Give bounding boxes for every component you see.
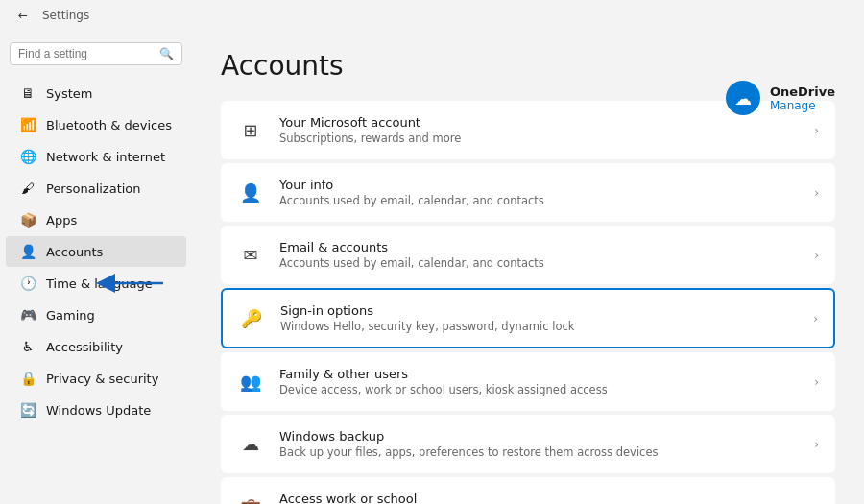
nav-icon-accessibility: ♿ bbox=[19, 338, 36, 355]
onedrive-title: OneDrive bbox=[770, 84, 835, 99]
settings-item-work-school[interactable]: 💼 Access work or school Organization res… bbox=[221, 477, 835, 504]
nav-label-gaming: Gaming bbox=[46, 308, 95, 323]
nav-icon-network: 🌐 bbox=[19, 148, 36, 165]
settings-list: ⊞ Your Microsoft account Subscriptions, … bbox=[221, 101, 835, 504]
sidebar-item-network[interactable]: 🌐 Network & internet bbox=[6, 141, 186, 172]
main-content: Accounts ☁ OneDrive Manage ⊞ Your Micros… bbox=[192, 31, 864, 504]
settings-arrow-windows-backup: › bbox=[814, 438, 819, 451]
settings-title-email-accounts: Email & accounts bbox=[279, 240, 799, 254]
settings-arrow-microsoft-account: › bbox=[814, 124, 819, 137]
nav-icon-time: 🕐 bbox=[19, 275, 36, 292]
settings-item-family-users[interactable]: 👥 Family & other users Device access, wo… bbox=[221, 352, 835, 411]
settings-desc-windows-backup: Back up your files, apps, preferences to… bbox=[279, 445, 799, 459]
nav-icon-system: 🖥 bbox=[19, 84, 36, 102]
nav-icon-update: 🔄 bbox=[19, 401, 36, 419]
onedrive-text: OneDrive Manage bbox=[770, 84, 835, 112]
settings-arrow-signin-options: › bbox=[813, 312, 818, 325]
nav-label-network: Network & internet bbox=[46, 150, 165, 164]
settings-desc-signin-options: Windows Hello, security key, password, d… bbox=[280, 320, 798, 333]
settings-item-email-accounts[interactable]: ✉ Email & accounts Accounts used by emai… bbox=[221, 226, 835, 284]
settings-desc-family-users: Device access, work or school users, kio… bbox=[279, 383, 799, 396]
sidebar-item-gaming[interactable]: 🎮 Gaming bbox=[6, 300, 186, 330]
settings-title-windows-backup: Windows backup bbox=[279, 429, 799, 444]
settings-text-email-accounts: Email & accounts Accounts used by email,… bbox=[279, 240, 799, 270]
settings-arrow-work-school: › bbox=[814, 500, 819, 505]
sidebar-item-accounts[interactable]: 👤 Accounts bbox=[6, 236, 186, 267]
onedrive-icon: ☁ bbox=[726, 81, 760, 115]
settings-title-signin-options: Sign-in options bbox=[280, 303, 798, 318]
settings-icon-windows-backup: ☁ bbox=[237, 431, 264, 458]
settings-icon-family-users: 👥 bbox=[237, 369, 264, 396]
nav-icon-accounts: 👤 bbox=[19, 243, 36, 260]
settings-text-signin-options: Sign-in options Windows Hello, security … bbox=[280, 303, 798, 333]
nav-icon-privacy: 🔒 bbox=[19, 370, 36, 387]
settings-icon-signin-options: 🔑 bbox=[238, 305, 265, 332]
sidebar-item-bluetooth[interactable]: 📶 Bluetooth & devices bbox=[6, 109, 186, 140]
settings-text-windows-backup: Windows backup Back up your files, apps,… bbox=[279, 429, 799, 459]
settings-item-windows-backup[interactable]: ☁ Windows backup Back up your files, app… bbox=[221, 415, 835, 473]
settings-icon-work-school: 💼 bbox=[237, 493, 264, 505]
sidebar-item-privacy[interactable]: 🔒 Privacy & security bbox=[6, 363, 186, 394]
nav-icon-apps: 📦 bbox=[19, 211, 36, 228]
sidebar-item-update[interactable]: 🔄 Windows Update bbox=[6, 395, 186, 425]
sidebar-item-personalization[interactable]: 🖌 Personalization bbox=[6, 173, 186, 204]
nav-icon-personalization: 🖌 bbox=[19, 180, 36, 197]
nav-label-privacy: Privacy & security bbox=[46, 372, 158, 386]
nav-list: 🖥 System 📶 Bluetooth & devices 🌐 Network… bbox=[0, 77, 192, 426]
nav-label-personalization: Personalization bbox=[46, 181, 141, 196]
settings-arrow-email-accounts: › bbox=[814, 249, 819, 262]
settings-item-signin-options[interactable]: 🔑 Sign-in options Windows Hello, securit… bbox=[221, 288, 835, 348]
settings-icon-microsoft-account: ⊞ bbox=[237, 117, 264, 144]
back-button[interactable]: ← bbox=[12, 4, 35, 27]
nav-label-accessibility: Accessibility bbox=[46, 340, 123, 354]
search-box[interactable]: 🔍 bbox=[10, 42, 182, 65]
sidebar: 🔍 🖥 System 📶 Bluetooth & devices 🌐 Netwo… bbox=[0, 31, 192, 504]
settings-title-family-users: Family & other users bbox=[279, 367, 799, 381]
titlebar-label: Settings bbox=[42, 9, 89, 22]
nav-label-time: Time & language bbox=[46, 276, 153, 291]
settings-desc-email-accounts: Accounts used by email, calendar, and co… bbox=[279, 256, 799, 270]
settings-arrow-your-info: › bbox=[814, 186, 819, 200]
nav-label-system: System bbox=[46, 86, 92, 101]
nav-icon-bluetooth: 📶 bbox=[19, 116, 36, 133]
settings-title-your-info: Your info bbox=[279, 178, 799, 192]
settings-title-microsoft-account: Your Microsoft account bbox=[279, 115, 799, 130]
sidebar-item-time[interactable]: 🕐 Time & language bbox=[6, 268, 186, 299]
page-title: Accounts bbox=[221, 50, 835, 82]
nav-label-apps: Apps bbox=[46, 213, 77, 228]
search-icon: 🔍 bbox=[159, 47, 174, 60]
nav-label-bluetooth: Bluetooth & devices bbox=[46, 118, 172, 132]
nav-label-update: Windows Update bbox=[46, 403, 151, 418]
settings-title-work-school: Access work or school bbox=[279, 492, 799, 504]
settings-item-your-info[interactable]: 👤 Your info Accounts used by email, cale… bbox=[221, 163, 835, 222]
nav-icon-gaming: 🎮 bbox=[19, 306, 36, 324]
settings-text-your-info: Your info Accounts used by email, calend… bbox=[279, 178, 799, 207]
settings-icon-your-info: 👤 bbox=[237, 180, 264, 206]
settings-text-work-school: Access work or school Organization resou… bbox=[279, 492, 799, 504]
nav-label-accounts: Accounts bbox=[46, 245, 103, 259]
sidebar-item-accessibility[interactable]: ♿ Accessibility bbox=[6, 331, 186, 362]
onedrive-widget[interactable]: ☁ OneDrive Manage bbox=[726, 81, 835, 115]
sidebar-item-apps[interactable]: 📦 Apps bbox=[6, 204, 186, 235]
settings-arrow-family-users: › bbox=[814, 375, 819, 389]
settings-text-microsoft-account: Your Microsoft account Subscriptions, re… bbox=[279, 115, 799, 145]
settings-desc-microsoft-account: Subscriptions, rewards and more bbox=[279, 132, 799, 145]
onedrive-manage-link[interactable]: Manage bbox=[770, 99, 835, 112]
settings-icon-email-accounts: ✉ bbox=[237, 242, 264, 269]
search-input[interactable] bbox=[18, 47, 154, 60]
sidebar-item-system[interactable]: 🖥 System bbox=[6, 78, 186, 108]
settings-desc-your-info: Accounts used by email, calendar, and co… bbox=[279, 194, 799, 207]
settings-text-family-users: Family & other users Device access, work… bbox=[279, 367, 799, 396]
